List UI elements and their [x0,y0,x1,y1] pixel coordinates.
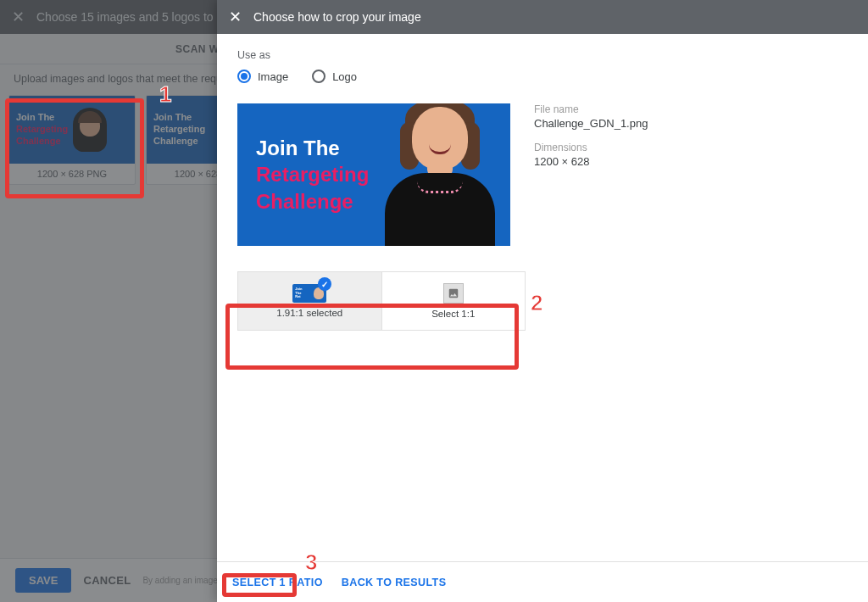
check-icon: ✓ [318,277,331,291]
dimensions-label: Dimensions [534,142,648,153]
use-as-label: Use as [237,49,848,61]
preview-line1: Join The [256,137,340,159]
preview-line3: Challenge [256,188,369,215]
filename-label: File name [534,103,648,115]
radio-image-label: Image [258,70,288,83]
image-meta: File name Challenge_GDN_1.png Dimensions… [534,103,648,180]
filename-value: Challenge_GDN_1.png [534,117,648,130]
dimensions-value: 1200 × 628 [534,155,648,168]
back-to-results-button[interactable]: BACK TO RESULTS [342,577,447,588]
radio-logo-label: Logo [332,70,357,83]
panel-header: ✕ Choose how to crop your image [217,0,868,34]
image-placeholder-icon [448,287,459,299]
panel-footer: SELECT 1 RATIO BACK TO RESULTS [217,561,868,602]
use-as-radio-group: Image Logo [237,70,848,83]
radio-dot-icon [237,70,251,83]
ratio-selector: Join TheRet ✓ 1.91:1 selected Select 1:1 [237,271,526,331]
ratio-square-label: Select 1:1 [431,309,475,319]
ratio-option-square[interactable]: Select 1:1 [381,272,526,330]
preview-line2: Retargeting [256,161,369,187]
ratio-landscape-label: 1.91:1 selected [276,308,342,318]
radio-dot-icon [312,70,326,83]
close-icon[interactable]: ✕ [229,9,242,25]
panel-title: Choose how to crop your image [253,10,421,24]
radio-logo[interactable]: Logo [312,70,357,83]
ratio-option-landscape[interactable]: Join TheRet ✓ 1.91:1 selected [238,272,381,330]
select-ratio-button[interactable]: SELECT 1 RATIO [232,577,323,588]
ratio-square-icon [443,283,464,304]
radio-image[interactable]: Image [237,70,288,83]
crop-panel: ✕ Choose how to crop your image Use as I… [217,0,868,602]
image-preview: Join The Retargeting Challenge [237,103,510,246]
preview-person-graphic [376,105,504,246]
